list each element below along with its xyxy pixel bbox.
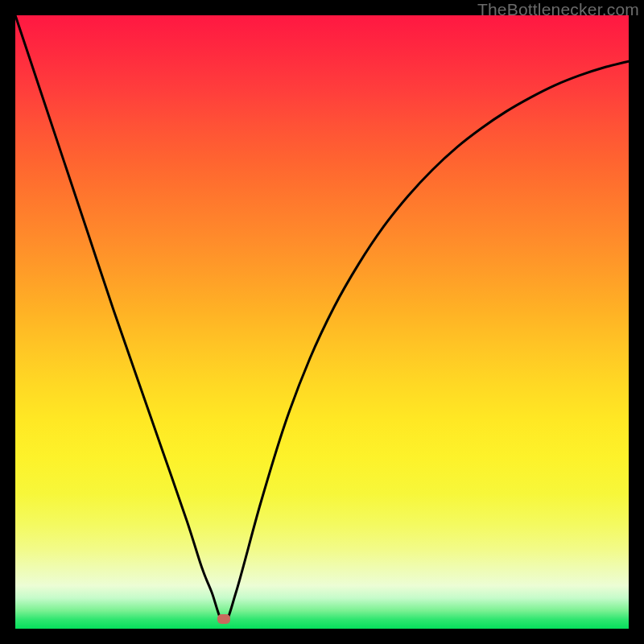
- chart-area: [15, 15, 629, 629]
- optimal-point-marker: [217, 614, 230, 624]
- bottleneck-curve: [15, 15, 629, 629]
